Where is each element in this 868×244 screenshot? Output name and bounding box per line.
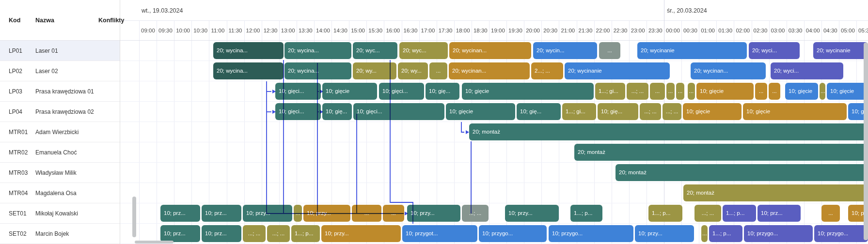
task-bar[interactable]: 10; przy... (635, 225, 694, 242)
task-bar[interactable]: 10; gię... (598, 103, 638, 120)
task-bar[interactable]: 20; wy... (398, 62, 428, 79)
chart-left-scrollbar[interactable] (132, 197, 136, 237)
task-bar[interactable]: 10; przygo... (479, 225, 547, 242)
task-bar[interactable]: 1...; p... (291, 225, 320, 242)
task-bar[interactable]: ... (755, 83, 767, 100)
task-bar[interactable]: 10; gięcie (785, 83, 818, 100)
task-bar[interactable]: 20; wycinan... (449, 62, 530, 79)
task-bar[interactable]: 10; przygo... (744, 225, 813, 242)
task-bar[interactable]: ...; ... (267, 225, 290, 242)
task-bar[interactable]: ... (688, 83, 695, 100)
task-bar[interactable]: ... (769, 83, 780, 100)
task-bar[interactable]: 20; montaż (574, 144, 868, 161)
task-bar[interactable]: 10; gięcie (743, 103, 847, 120)
task-bar[interactable]: 20; montaż (469, 123, 868, 140)
task-bar[interactable]: ... (429, 62, 447, 79)
task-bar[interactable]: 1...; p... (570, 205, 602, 222)
task-bar[interactable]: ... (820, 83, 825, 100)
task-bar[interactable]: ...; ... (663, 103, 681, 120)
resource-row-set01[interactable]: SET01Mikołaj Kowalski (0, 203, 120, 224)
task-bar[interactable]: ...; ... (640, 103, 661, 120)
task-bar[interactable]: 10; gię... (517, 103, 561, 120)
task-bar[interactable]: 1...; p... (709, 225, 742, 242)
task-bar[interactable]: 10; przygot... (402, 225, 477, 242)
task-bar[interactable]: 10; gię... (426, 83, 459, 100)
task-bar[interactable]: ... (294, 205, 302, 222)
task-bar[interactable]: 10; prz... (202, 205, 241, 222)
task-bar[interactable]: 10; gięci... (379, 83, 424, 100)
task-bar[interactable]: ... (701, 225, 708, 242)
task-bar[interactable]: 20; montaż (615, 164, 868, 181)
task-bar[interactable]: 20; wyci... (749, 42, 800, 59)
task-bar[interactable]: 20; wycina... (213, 42, 284, 59)
task-bar[interactable]: 10; gięcie (446, 103, 515, 120)
task-bar[interactable]: 10; gię... (322, 103, 352, 120)
task-bar[interactable]: 20; wycin... (533, 42, 597, 59)
task-bar[interactable]: ... (666, 83, 675, 100)
task-bar[interactable]: 10; gięcie (827, 83, 868, 100)
task-bar[interactable]: ... (352, 205, 381, 222)
resource-row-lp04[interactable]: LP04Prasa krawędziowa 02 (0, 102, 120, 122)
horizontal-scrollbar[interactable] (135, 241, 174, 244)
time-tick-label: 16:30 (404, 20, 418, 41)
time-tick-label: 17:30 (439, 20, 453, 41)
task-bar[interactable]: ...; ... (462, 205, 489, 222)
task-bar[interactable]: 10; prz... (202, 225, 241, 242)
task-bar[interactable]: 20; wyc... (399, 42, 448, 59)
resource-row-mtr04[interactable]: MTR04Magdalena Osa (0, 183, 120, 203)
task-bar[interactable]: ...; ... (694, 205, 721, 222)
task-bar[interactable]: 20; wy... (353, 62, 396, 79)
task-bar[interactable]: ... (599, 42, 620, 59)
vertical-scrollbar[interactable] (864, 43, 868, 240)
resource-row-lp02[interactable]: LP02Laser 02 (0, 61, 120, 81)
task-bar[interactable]: 20; wycinanie (813, 42, 868, 59)
task-bar[interactable]: ... (676, 83, 684, 100)
resource-row-mtr03[interactable]: MTR03Władysław Milik (0, 163, 120, 183)
task-bar[interactable]: 10; gięci... (275, 103, 321, 120)
task-bar[interactable]: 10; gięcie (462, 83, 594, 100)
resource-row-mtr01[interactable]: MTR01Adam Wierzbicki (0, 122, 120, 142)
task-bar[interactable]: 20; wycinan... (691, 62, 766, 79)
task-bar[interactable]: 10; przy... (321, 225, 401, 242)
task-bar[interactable]: ...; ... (243, 225, 266, 242)
task-bar[interactable]: 20; wycina... (213, 62, 284, 79)
task-bar[interactable]: 20; wycinan... (449, 42, 531, 59)
resource-row-lp03[interactable]: LP03Prasa krawędziowa 01 (0, 81, 120, 102)
task-bar[interactable]: 10; gięcie (696, 83, 754, 100)
task-bar[interactable]: 10; gięci... (353, 103, 444, 120)
task-bar[interactable]: 10; przy... (243, 205, 292, 222)
resource-row-mtr02[interactable]: MTR02Emanuela Choć (0, 142, 120, 163)
task-bar[interactable]: ...; ... (627, 83, 648, 100)
task-bar[interactable]: 20; wyc... (353, 42, 397, 59)
task-bar[interactable]: 10; przy... (505, 205, 559, 222)
time-tick-label: 04:30 (823, 20, 837, 41)
task-bar[interactable]: ... (383, 205, 404, 222)
task-bar[interactable]: 10; prz... (160, 225, 200, 242)
task-bar[interactable]: 2...; ... (531, 62, 563, 79)
task-bar[interactable]: 10; przygo... (549, 225, 633, 242)
task-bar[interactable]: 1...; p... (648, 205, 682, 222)
task-bar[interactable]: 10; prz... (160, 205, 200, 222)
task-bar[interactable]: 1...; gi... (562, 103, 596, 120)
task-bar[interactable]: 1...; p... (723, 205, 756, 222)
task-bar[interactable]: 10; gięci... (275, 83, 321, 100)
task-bar[interactable]: 20; montaż (683, 184, 868, 201)
task-bar[interactable]: 1...; gi... (595, 83, 625, 100)
task-bar[interactable]: ... (650, 83, 665, 100)
task-bar[interactable]: ... (821, 205, 840, 222)
task-bar[interactable]: 10; prz... (758, 205, 801, 222)
task-bar[interactable]: 10; gięcie (322, 83, 377, 100)
task-bar[interactable]: 20; wycinanie (565, 62, 670, 79)
task-bar[interactable]: 20; wycina... (284, 42, 351, 59)
task-bar[interactable]: 20; wyci... (771, 62, 843, 79)
task-bar[interactable]: 10; gięcie (683, 103, 742, 120)
resource-row-lp01[interactable]: LP01Laser 01 (0, 41, 120, 61)
time-tick-label: 19:30 (508, 20, 522, 41)
task-bar[interactable]: 20; wycinanie (637, 42, 747, 59)
task-bar[interactable]: 20; wycina... (284, 62, 351, 79)
task-bar[interactable]: 10; przy... (407, 205, 460, 222)
task-bar[interactable]: 10; przy... (303, 205, 350, 222)
time-tick-label: 12:30 (264, 20, 278, 41)
resource-row-set02[interactable]: SET02Marcin Bojek (0, 224, 120, 244)
task-bar[interactable]: 10; przygo... (814, 225, 868, 242)
